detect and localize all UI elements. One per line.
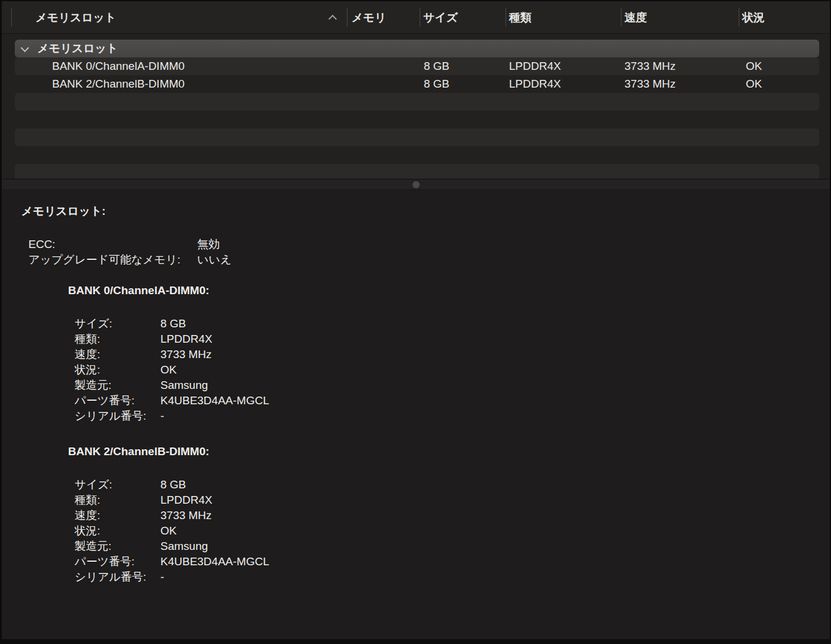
field-key: 種類: <box>75 492 160 508</box>
table-row-bank2[interactable]: BANK 2/ChannelB-DIMM0 8 GB LPDDR4X 3733 … <box>15 75 819 93</box>
detail-field-size: サイズ: 8 GB <box>75 316 830 331</box>
field-key: サイズ: <box>75 316 160 331</box>
memory-slot-table: メモリスロット BANK 0/ChannelA-DIMM0 8 GB LPDDR… <box>2 34 830 179</box>
field-key: 速度: <box>75 347 160 362</box>
cell-slot-name: BANK 0/ChannelA-DIMM0 <box>52 57 185 75</box>
detail-field-size: サイズ: 8 GB <box>75 477 830 492</box>
column-header-status[interactable]: 状況 <box>742 1 765 34</box>
detail-field-serial-number: シリアル番号: - <box>75 408 830 424</box>
empty-row <box>15 164 819 179</box>
field-key: 製造元: <box>75 539 160 554</box>
field-key: 状況: <box>75 362 160 378</box>
field-value: 3733 MHz <box>160 347 212 362</box>
detail-field-speed: 速度: 3733 MHz <box>75 347 830 362</box>
bank2-heading: BANK 2/ChannelB-DIMM0: <box>2 445 830 458</box>
field-key: 製造元: <box>75 378 160 393</box>
field-value: 無効 <box>197 237 220 252</box>
field-key: 種類: <box>75 331 160 347</box>
field-key: サイズ: <box>75 477 160 492</box>
detail-field-speed: 速度: 3733 MHz <box>75 508 830 523</box>
empty-row <box>15 93 819 111</box>
bank2-detail-block: BANK 2/ChannelB-DIMM0: サイズ: 8 GB 種類: LPD… <box>2 445 830 585</box>
window-bottom-edge <box>2 639 830 644</box>
column-divider <box>739 8 739 27</box>
detail-field-part-number: パーツ番号: K4UBE3D4AA-MGCL <box>75 554 830 569</box>
cell-size: 8 GB <box>424 57 449 75</box>
column-header-memory-slot[interactable]: メモリスロット <box>36 1 116 34</box>
cell-status: OK <box>746 75 762 93</box>
field-key: パーツ番号: <box>75 393 160 408</box>
system-information-window: メモリスロット メモリ サイズ 種類 速度 状況 メモリスロット BANK 0/… <box>0 0 831 644</box>
field-value: 8 GB <box>160 316 186 331</box>
cell-slot-name: BANK 2/ChannelB-DIMM0 <box>52 75 185 93</box>
group-row-memory-slot[interactable]: メモリスロット <box>15 40 819 57</box>
cell-speed: 3733 MHz <box>624 75 676 93</box>
field-value: LPDDR4X <box>160 492 212 508</box>
cell-status: OK <box>746 57 762 75</box>
field-value: Samsung <box>160 539 208 554</box>
detail-field-status: 状況: OK <box>75 523 830 539</box>
field-key: シリアル番号: <box>75 569 160 585</box>
field-key: パーツ番号: <box>75 554 160 569</box>
detail-title: メモリスロット: <box>2 205 830 217</box>
field-key: シリアル番号: <box>75 408 160 424</box>
detail-field-upgradeable: アップグレード可能なメモリ: いいえ <box>28 252 830 268</box>
column-divider <box>505 8 506 27</box>
field-key: アップグレード可能なメモリ: <box>28 252 197 268</box>
detail-field-type: 種類: LPDDR4X <box>75 492 830 508</box>
detail-field-type: 種類: LPDDR4X <box>75 331 830 347</box>
field-key: 状況: <box>75 523 160 539</box>
splitter-handle-icon[interactable] <box>413 181 420 188</box>
field-value: OK <box>160 523 176 539</box>
sort-ascending-icon[interactable] <box>328 15 337 23</box>
detail-summary: ECC: 無効 アップグレード可能なメモリ: いいえ <box>2 237 830 268</box>
field-value: K4UBE3D4AA-MGCL <box>160 554 269 569</box>
disclosure-chevron-icon[interactable] <box>21 44 29 52</box>
empty-row <box>15 146 819 164</box>
table-row-bank0[interactable]: BANK 0/ChannelA-DIMM0 8 GB LPDDR4X 3733 … <box>15 57 819 75</box>
bank0-heading: BANK 0/ChannelA-DIMM0: <box>2 284 830 297</box>
field-value: - <box>160 408 164 424</box>
bank0-detail-block: BANK 0/ChannelA-DIMM0: サイズ: 8 GB 種類: LPD… <box>2 284 830 424</box>
column-divider <box>347 8 347 27</box>
column-divider <box>420 8 420 27</box>
field-value: LPDDR4X <box>160 331 212 347</box>
column-header-speed[interactable]: 速度 <box>624 1 647 34</box>
detail-field-manufacturer: 製造元: Samsung <box>75 378 830 393</box>
pane-splitter[interactable] <box>2 179 830 190</box>
empty-row <box>15 111 819 128</box>
field-value: OK <box>160 362 176 378</box>
column-divider <box>11 8 12 27</box>
detail-field-status: 状況: OK <box>75 362 830 378</box>
field-value: - <box>160 569 164 585</box>
column-header-memory[interactable]: メモリ <box>352 1 386 34</box>
field-value: 3733 MHz <box>160 508 212 523</box>
field-value: 8 GB <box>160 477 186 492</box>
cell-type: LPDDR4X <box>509 57 561 75</box>
cell-type: LPDDR4X <box>509 75 561 93</box>
field-value: Samsung <box>160 378 208 393</box>
detail-field-manufacturer: 製造元: Samsung <box>75 539 830 554</box>
field-key: ECC: <box>28 237 197 252</box>
cell-size: 8 GB <box>424 75 449 93</box>
group-row-label: メモリスロット <box>37 40 118 57</box>
field-key: 速度: <box>75 508 160 523</box>
column-header-type[interactable]: 種類 <box>509 1 532 34</box>
detail-field-part-number: パーツ番号: K4UBE3D4AA-MGCL <box>75 393 830 408</box>
cell-speed: 3733 MHz <box>624 57 676 75</box>
field-value: K4UBE3D4AA-MGCL <box>160 393 269 408</box>
detail-pane: メモリスロット: ECC: 無効 アップグレード可能なメモリ: いいえ BANK… <box>2 190 830 639</box>
column-header-size[interactable]: サイズ <box>423 1 458 34</box>
field-value: いいえ <box>197 252 231 268</box>
detail-field-serial-number: シリアル番号: - <box>75 569 830 585</box>
detail-field-ecc: ECC: 無効 <box>28 237 830 252</box>
column-divider <box>621 8 621 27</box>
empty-row <box>15 128 819 146</box>
table-header: メモリスロット メモリ サイズ 種類 速度 状況 <box>2 1 830 34</box>
